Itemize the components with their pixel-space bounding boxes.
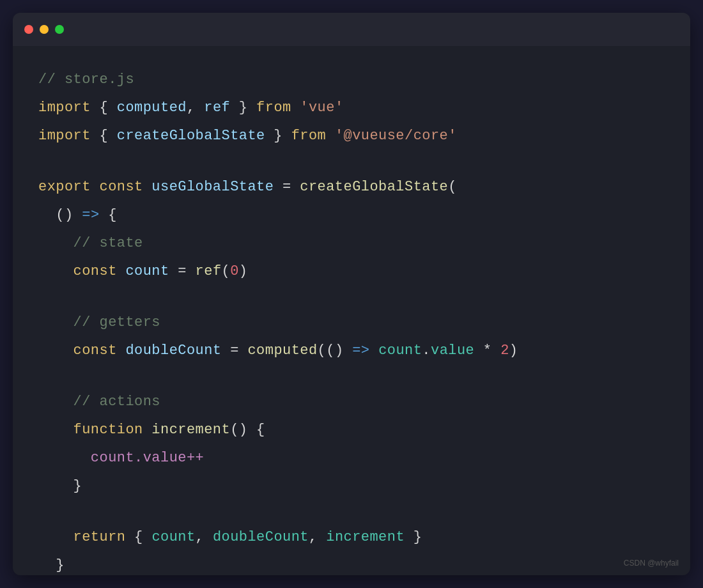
close-brace-inner: } xyxy=(73,478,82,494)
import2-close: } xyxy=(265,128,291,144)
return-increment: increment xyxy=(326,529,405,545)
import2-from: from xyxy=(291,128,335,144)
arrow-parens: () xyxy=(56,207,82,223)
import2-string: '@vueuse/core' xyxy=(335,128,457,144)
code-editor: // store.js import { computed, ref } fro… xyxy=(13,46,690,575)
line-comment-actions: // actions xyxy=(38,387,665,415)
return-close: } xyxy=(405,529,422,545)
ref-func: ref xyxy=(196,263,222,279)
double-count-var: doubleCount xyxy=(125,343,221,359)
import1-keyword: import xyxy=(38,100,100,116)
indent-func xyxy=(38,422,73,438)
maximize-button[interactable] xyxy=(55,25,64,34)
empty-4 xyxy=(38,500,665,523)
indent-state xyxy=(38,235,73,251)
double-arrow: => xyxy=(352,343,369,359)
line-import1: import { computed, ref } from 'vue' xyxy=(38,93,665,121)
import1-ref: ref xyxy=(204,100,230,116)
line-comment-store: // store.js xyxy=(38,65,665,93)
indent-return xyxy=(38,529,73,545)
import1-string: 'vue' xyxy=(300,100,343,116)
code-window: // store.js import { computed, ref } fro… xyxy=(13,13,690,575)
return-count: count xyxy=(151,529,195,545)
indent-double xyxy=(38,343,73,359)
increment-func: increment xyxy=(151,422,230,438)
return-open: { xyxy=(125,529,151,545)
empty-1 xyxy=(38,150,665,173)
return-keyword: return xyxy=(73,529,126,545)
arrow-symbol: => xyxy=(82,207,99,223)
computed-func: computed xyxy=(247,343,317,359)
line-increment-body: count.value++ xyxy=(38,444,665,472)
close-brace-outer: } xyxy=(56,557,65,573)
indent-close-outer xyxy=(38,557,56,573)
count-eq: = xyxy=(169,263,196,279)
watermark: CSDN @whyfail xyxy=(624,559,679,568)
count-value-text: count xyxy=(378,343,422,359)
indent-count xyxy=(38,263,73,279)
const-keyword: const xyxy=(100,179,152,195)
computed-close: ) xyxy=(509,343,518,359)
line-comment-getters: // getters xyxy=(38,308,665,336)
count-value xyxy=(369,343,378,359)
indent-actions xyxy=(38,394,73,410)
double-eq: = xyxy=(222,343,248,359)
import1-comma: , xyxy=(187,100,204,116)
line-func-decl: function increment() { xyxy=(38,415,665,444)
return-comma2: , xyxy=(309,529,326,545)
import1-computed: computed xyxy=(117,100,187,116)
open-paren: ( xyxy=(448,179,457,195)
traffic-lights xyxy=(24,25,64,34)
import2-func: createGlobalState xyxy=(117,128,265,144)
const-count-kw: const xyxy=(73,263,126,279)
line-comment-state: // state xyxy=(38,229,665,257)
minimize-button[interactable] xyxy=(40,25,49,34)
multiply: * xyxy=(474,343,500,359)
line-const-count: const count = ref(0) xyxy=(38,257,665,285)
count-value-plus: count.value++ xyxy=(91,450,204,466)
indent-close-inner xyxy=(38,478,73,494)
value-text: value xyxy=(431,343,474,359)
computed-open: (() xyxy=(318,343,353,359)
func-parens: () { xyxy=(230,422,265,438)
indent-getters xyxy=(38,314,73,330)
dot1: . xyxy=(422,343,431,359)
import2-keyword: import xyxy=(38,128,100,144)
count-var: count xyxy=(125,263,169,279)
equals: = xyxy=(274,179,300,195)
ref-open: ( xyxy=(222,263,231,279)
close-button[interactable] xyxy=(24,25,33,34)
arrow-spaces xyxy=(38,207,56,223)
const-double-kw: const xyxy=(73,343,126,359)
line-close-outer: } xyxy=(38,551,665,575)
two-number: 2 xyxy=(500,343,509,359)
comment-actions: // actions xyxy=(73,394,160,410)
line-close-inner: } xyxy=(38,472,665,500)
comment-store: // store.js xyxy=(38,72,134,88)
return-comma1: , xyxy=(196,529,213,545)
line-double-count: const doubleCount = computed(() => count… xyxy=(38,336,665,364)
function-keyword: function xyxy=(73,422,152,438)
ref-close: ) xyxy=(239,263,248,279)
use-global-state: useGlobalState xyxy=(151,179,274,195)
import1-close: } xyxy=(230,100,256,116)
line-arrow: () => { xyxy=(38,201,665,229)
zero-number: 0 xyxy=(230,263,239,279)
import2-open: { xyxy=(100,128,117,144)
empty-2 xyxy=(38,285,665,308)
line-return: return { count, doubleCount, increment } xyxy=(38,523,665,551)
empty-3 xyxy=(38,364,665,387)
import1-from: from xyxy=(256,100,300,116)
export-keyword: export xyxy=(38,179,100,195)
import1-open: { xyxy=(100,100,117,116)
return-double: doubleCount xyxy=(213,529,309,545)
line-export: export const useGlobalState = createGlob… xyxy=(38,173,665,201)
arrow-brace: { xyxy=(100,207,117,223)
comment-state: // state xyxy=(73,235,143,251)
line-import2: import { createGlobalState } from '@vueu… xyxy=(38,121,665,150)
indent-body xyxy=(38,450,91,466)
create-global-state: createGlobalState xyxy=(300,179,448,195)
titlebar xyxy=(13,13,690,46)
comment-getters: // getters xyxy=(73,314,160,330)
